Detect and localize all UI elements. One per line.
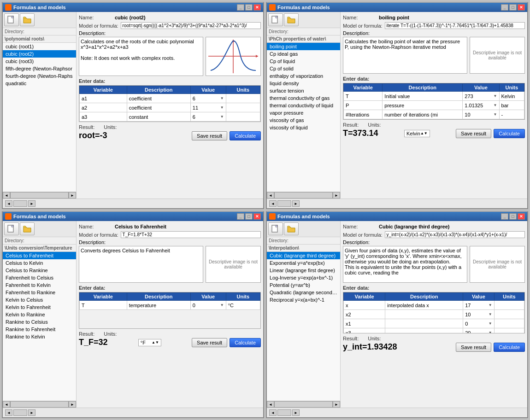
- scroll-left-button[interactable]: ◄: [267, 192, 274, 198]
- save-result-button[interactable]: Save result: [456, 129, 491, 138]
- open-button[interactable]: [284, 13, 299, 26]
- cell-value[interactable]: 17▼: [463, 301, 494, 310]
- maximize-button[interactable]: □: [509, 4, 517, 11]
- new-button[interactable]: [268, 13, 283, 26]
- calculate-button[interactable]: Calculate: [494, 129, 525, 138]
- dropdown-arrow-icon[interactable]: ▼: [220, 105, 224, 110]
- list-item[interactable]: fifth-degree (Newton-Raphsor: [3, 65, 76, 72]
- list-item[interactable]: Quadratic (lagrange second de: [267, 289, 340, 296]
- cell-value[interactable]: 1.01325▼: [463, 101, 499, 110]
- list-item[interactable]: Exponential y=a*exp(bx): [267, 259, 340, 267]
- list-item[interactable]: Log-Inverse y=exp(a+bx^-1): [267, 274, 340, 281]
- list-item[interactable]: enthalpy of vaporization: [267, 72, 340, 80]
- scroll-left-button[interactable]: ◄: [267, 401, 274, 408]
- units-value-box[interactable]: Kelvin▲▼: [404, 130, 430, 137]
- list-item[interactable]: Reciprocal y=x(a+bx)^-1: [267, 296, 340, 303]
- list-item[interactable]: quadratic: [3, 80, 76, 87]
- save-result-button[interactable]: Save result: [192, 338, 227, 347]
- cell-value[interactable]: 273▼: [463, 92, 499, 101]
- list-item[interactable]: cubic (root2): [3, 50, 76, 58]
- list-item[interactable]: Kelvin to Celsius: [3, 296, 76, 303]
- calculate-button[interactable]: Calculate: [230, 131, 261, 140]
- list-item[interactable]: Fahrenheit to Kelvin: [3, 281, 76, 289]
- dropdown-arrow-icon[interactable]: ▼: [494, 103, 497, 107]
- list-item[interactable]: Linear (lagrange first degree): [267, 267, 340, 274]
- cell-value[interactable]: 0▼: [463, 319, 494, 328]
- list-item[interactable]: Cp of solid: [267, 65, 340, 72]
- scroll-right-button[interactable]: ►: [69, 192, 76, 198]
- cell-value[interactable]: 6▼: [190, 112, 226, 122]
- scroll-right-button[interactable]: ►: [333, 192, 340, 198]
- cell-value[interactable]: 10▼: [463, 310, 494, 319]
- list-item[interactable]: Kelvin to Fahrenheit: [3, 303, 76, 311]
- calculate-button[interactable]: Calculate: [230, 338, 261, 347]
- list-item[interactable]: Fahrenheit to Celsius: [3, 274, 76, 281]
- scroll-next-button[interactable]: ►: [28, 409, 35, 416]
- list-item[interactable]: Cp ideal gas: [267, 50, 340, 58]
- new-button[interactable]: [4, 222, 19, 235]
- dropdown-arrow-icon[interactable]: ▼: [494, 112, 497, 117]
- minimize-button[interactable]: _: [501, 4, 508, 11]
- save-result-button[interactable]: Save result: [192, 131, 227, 140]
- scroll-prev-button[interactable]: ◄: [5, 409, 12, 416]
- cell-value[interactable]: 0▼: [190, 301, 226, 310]
- close-button[interactable]: ✕: [253, 4, 261, 11]
- list-item[interactable]: cubic (root1): [3, 43, 76, 50]
- list-item[interactable]: Celsius to Rankine: [3, 267, 76, 274]
- dropdown-arrow-icon[interactable]: ▼: [489, 321, 492, 326]
- new-button[interactable]: [268, 222, 283, 235]
- new-button[interactable]: [4, 13, 19, 26]
- dropdown-arrow-icon[interactable]: ▼: [494, 94, 497, 98]
- list-item[interactable]: vapor pressure: [267, 109, 340, 117]
- scroll-left-button[interactable]: ◄: [3, 192, 10, 198]
- minimize-button[interactable]: _: [237, 4, 244, 11]
- scroll-right-button[interactable]: ►: [69, 401, 76, 408]
- units-value-box[interactable]: °F▲▼: [138, 339, 161, 346]
- save-result-button[interactable]: Save result: [456, 343, 491, 352]
- scroll-prev-button[interactable]: ◄: [5, 200, 12, 207]
- list-item[interactable]: surface tension: [267, 87, 340, 94]
- dropdown-arrow-icon[interactable]: ▼: [220, 115, 224, 119]
- maximize-button[interactable]: □: [509, 213, 517, 220]
- maximize-button[interactable]: □: [245, 4, 253, 11]
- list-item[interactable]: Potential (y=ax^b): [267, 281, 340, 289]
- list-item[interactable]: Rankine to Kelvin: [3, 333, 76, 340]
- scroll-next-button[interactable]: ►: [28, 200, 35, 207]
- close-button[interactable]: ✕: [518, 213, 525, 220]
- scroll-right-button[interactable]: ►: [333, 401, 340, 408]
- list-item[interactable]: viscosity of liquid: [267, 124, 340, 131]
- dropdown-arrow-icon[interactable]: ▼: [220, 96, 224, 100]
- scroll-left-button[interactable]: ◄: [3, 401, 10, 408]
- list-item[interactable]: Celsius to Kelvin: [3, 259, 76, 267]
- list-item[interactable]: Kelvin to Rankine: [3, 311, 76, 318]
- open-button[interactable]: [20, 222, 35, 235]
- open-button[interactable]: [284, 222, 299, 235]
- list-item[interactable]: Cp of liquid: [267, 58, 340, 65]
- list-item[interactable]: thermal conductivity of liquid: [267, 102, 340, 109]
- scroll-next-button[interactable]: ►: [292, 409, 300, 416]
- cell-value[interactable]: 11▼: [190, 103, 226, 112]
- list-item[interactable]: fourth-degree (Newton-Raphs: [3, 72, 76, 80]
- close-button[interactable]: ✕: [253, 213, 261, 220]
- maximize-button[interactable]: □: [245, 213, 253, 220]
- list-item[interactable]: Celsius to Fahrenheit: [3, 252, 76, 259]
- list-item[interactable]: Cubic (lagrange third degree): [267, 252, 340, 259]
- close-button[interactable]: ✕: [518, 4, 525, 11]
- minimize-button[interactable]: _: [501, 213, 508, 220]
- scroll-next-button[interactable]: ►: [292, 200, 300, 207]
- dropdown-arrow-icon[interactable]: ▼: [489, 331, 492, 333]
- units-dropdown-icon[interactable]: ▲▼: [420, 131, 428, 135]
- list-item[interactable]: boiling point: [267, 43, 340, 50]
- list-item[interactable]: liquid density: [267, 80, 340, 87]
- cell-value[interactable]: 20▼: [463, 328, 494, 334]
- list-item[interactable]: cubic (root3): [3, 58, 76, 65]
- list-item[interactable]: Fahrenheit to Rankine: [3, 289, 76, 296]
- list-item[interactable]: thermal conductivity of gas: [267, 94, 340, 102]
- dropdown-arrow-icon[interactable]: ▼: [489, 303, 492, 307]
- scroll-prev-button[interactable]: ◄: [269, 409, 277, 416]
- units-dropdown-icon[interactable]: ▲▼: [152, 340, 159, 344]
- calculate-button[interactable]: Calculate: [494, 343, 525, 352]
- scroll-prev-button[interactable]: ◄: [269, 200, 277, 207]
- list-item[interactable]: Rankine to Fahrenheit: [3, 326, 76, 333]
- list-item[interactable]: Rankine to Celsius: [3, 318, 76, 326]
